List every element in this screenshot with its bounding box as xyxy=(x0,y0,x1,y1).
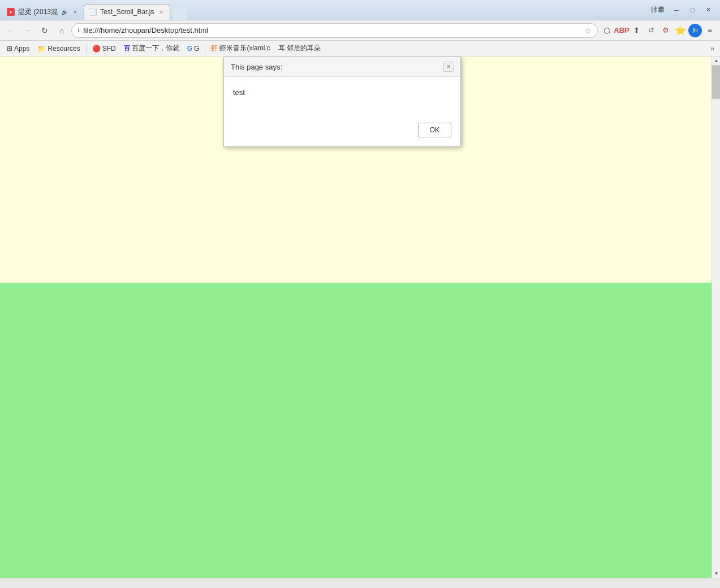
apps-icon: ⊞ xyxy=(7,45,12,53)
new-tab-shape xyxy=(173,7,187,20)
status-bar xyxy=(0,578,720,588)
bookmark-baidu[interactable]: 百 百度一下，你就 xyxy=(120,42,183,55)
extension1-icon[interactable]: ⬆ xyxy=(630,24,643,37)
tab-music[interactable]: ● 温柔 (2013混 🔊 × xyxy=(2,4,84,20)
address-text: file:///home/zhoupan/Desktop/test.html xyxy=(83,26,581,34)
back-button[interactable]: ← xyxy=(3,23,18,38)
adblock-icon[interactable]: ABP xyxy=(615,24,628,37)
address-info-icon: ℹ xyxy=(77,27,80,34)
tab-area: ● 温柔 (2013混 🔊 × 📄 Test_Scroll_Bar.js × xyxy=(2,0,646,20)
ear-icon: 耳 xyxy=(278,44,285,53)
bookmark-sfd[interactable]: 🔴 SFD xyxy=(89,43,119,54)
bookmark-ear[interactable]: 耳 邻居的耳朵 xyxy=(275,42,324,55)
xiami-label: 虾米音乐(xiami.c xyxy=(219,44,270,53)
resources-label: Resources xyxy=(48,45,80,53)
more-bookmarks-button[interactable]: » xyxy=(708,43,717,54)
sfd-label: SFD xyxy=(102,45,116,53)
ear-label: 邻居的耳朵 xyxy=(287,44,321,53)
settings-icon[interactable]: ⚙ xyxy=(659,24,672,37)
address-bar[interactable]: ℹ file:///home/zhoupan/Desktop/test.html… xyxy=(71,23,598,38)
baidu-label: 百度一下，你就 xyxy=(132,44,179,53)
bookmark-separator xyxy=(86,44,87,54)
tab-music-close[interactable]: × xyxy=(71,8,79,16)
user-name: 帅攀 xyxy=(646,5,669,15)
close-button[interactable]: ✕ xyxy=(701,4,715,16)
tab-music-favicon: ● xyxy=(7,8,15,16)
nav-bar: ← → ↻ ⌂ ℹ file:///home/zhoupan/Desktop/t… xyxy=(0,20,720,41)
dialog-title: This page says: xyxy=(231,63,282,71)
menu-icon[interactable]: ≡ xyxy=(703,24,717,37)
baidu-icon: 百 xyxy=(124,44,130,53)
dialog-close-button[interactable]: × xyxy=(443,62,454,72)
dialog-message: test xyxy=(233,88,451,97)
minimize-button[interactable]: ─ xyxy=(669,4,684,16)
sfd-icon: 🔴 xyxy=(92,45,101,53)
tab-test[interactable]: 📄 Test_Scroll_Bar.js × xyxy=(84,4,170,20)
bookmark-resources[interactable]: 📁 Resources xyxy=(34,43,83,54)
dialog-header: This page says: × xyxy=(224,57,460,77)
resources-icon: 📁 xyxy=(37,45,46,53)
dialog-box: This page says: × test OK xyxy=(223,57,461,147)
title-bar: ● 温柔 (2013混 🔊 × 📄 Test_Scroll_Bar.js × 帅… xyxy=(0,0,720,20)
tab-test-close[interactable]: × xyxy=(157,8,165,16)
reload-button[interactable]: ↻ xyxy=(37,23,52,38)
bookmarks-bar: ⊞ Apps 📁 Resources 🔴 SFD 百 百度一下，你就 G G 虾… xyxy=(0,41,720,57)
bookmark-icon[interactable]: ⭐ xyxy=(674,24,687,37)
bookmark-google[interactable]: G G xyxy=(184,43,203,54)
home-button[interactable]: ⌂ xyxy=(54,23,69,38)
audio-icon: 🔊 xyxy=(61,9,68,15)
dialog-body: test xyxy=(224,77,460,123)
apps-label: Apps xyxy=(14,45,29,53)
xiami-icon: 虾 xyxy=(211,44,218,53)
bookmark-star-icon[interactable]: ☆ xyxy=(584,26,592,35)
browser-frame: ● 温柔 (2013混 🔊 × 📄 Test_Scroll_Bar.js × 帅… xyxy=(0,0,720,588)
bookmark-xiami[interactable]: 虾 虾米音乐(xiami.c xyxy=(208,42,273,55)
tab-test-title: Test_Scroll_Bar.js xyxy=(100,8,154,16)
google-label: G xyxy=(194,45,199,53)
cast-icon[interactable]: ⬡ xyxy=(600,24,614,37)
nav-icons: ⬡ ABP ⬆ ↺ ⚙ ⭐ 帅 ≡ xyxy=(600,24,717,37)
bookmark-apps[interactable]: ⊞ Apps xyxy=(3,43,33,54)
dialog-overlay: This page says: × test OK xyxy=(0,57,720,578)
extension2-icon[interactable]: ↺ xyxy=(644,24,658,37)
page-content: ▲ ▼ This page says: × test OK xyxy=(0,57,720,578)
bookmark-separator2 xyxy=(205,44,205,54)
window-controls: ─ □ ✕ xyxy=(669,4,718,16)
maximize-button[interactable]: □ xyxy=(685,4,700,16)
user-icon[interactable]: 帅 xyxy=(688,24,702,37)
dialog-footer: OK xyxy=(224,123,460,146)
tab-test-favicon: 📄 xyxy=(89,8,97,16)
new-tab-area xyxy=(173,7,187,20)
tab-music-title: 温柔 (2013混 xyxy=(18,7,58,17)
forward-button[interactable]: → xyxy=(20,23,35,38)
dialog-ok-button[interactable]: OK xyxy=(418,123,451,137)
google-icon: G xyxy=(187,45,192,53)
